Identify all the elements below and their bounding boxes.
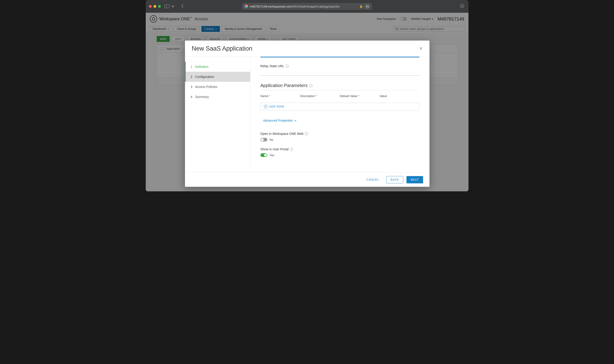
col-value: Value bbox=[379, 94, 419, 98]
configuration-form: Relay State URL i Application Parameters… bbox=[251, 57, 430, 172]
step-access-policies[interactable]: 3Access Policies bbox=[185, 82, 250, 92]
page-settings-icon[interactable]: ••• bbox=[365, 4, 370, 9]
advanced-label: Advanced Properties bbox=[263, 119, 293, 122]
relay-state-text: Relay State URL bbox=[261, 64, 284, 68]
open-web-value: No bbox=[270, 138, 273, 142]
open-web-toggle[interactable] bbox=[261, 138, 267, 142]
step-3-label: Access Policies bbox=[195, 85, 217, 89]
step-1-label: Definition bbox=[195, 65, 209, 69]
col-description: Description bbox=[300, 94, 340, 98]
relay-state-input[interactable] bbox=[261, 69, 419, 76]
col-name: Name bbox=[261, 94, 300, 98]
window-maximize-icon[interactable] bbox=[158, 5, 161, 8]
open-web-label: Open in Workspace ONE Web i bbox=[261, 132, 419, 136]
step-configuration[interactable]: 2Configuration bbox=[185, 72, 250, 82]
url-path: /SAAS/admin/app#!/catalog/saas/list bbox=[292, 5, 340, 8]
wizard-steps: 1Definition 2Configuration 3Access Polic… bbox=[185, 57, 251, 172]
modal-body: 1Definition 2Configuration 3Access Polic… bbox=[185, 56, 430, 172]
browser-toolbar: m407817149.workspaceair.com/SAAS/admin/a… bbox=[146, 0, 469, 13]
app-viewport: Workspace ONE™ Access New Navigation She… bbox=[146, 13, 469, 191]
app-params-text: Application Parameters bbox=[261, 83, 308, 88]
show-portal-text: Show in User Portal bbox=[261, 147, 289, 151]
modal-title: New SaaS Application bbox=[192, 45, 252, 52]
address-bar[interactable]: m407817149.workspaceair.com/SAAS/admin/a… bbox=[242, 3, 372, 10]
show-portal-label: Show in User Portal i bbox=[261, 147, 419, 151]
step-4-label: Summary bbox=[195, 95, 209, 99]
app-params-title: Application Parameters i bbox=[261, 83, 419, 88]
window-minimize-icon[interactable] bbox=[154, 5, 156, 8]
sidebar-toggle[interactable] bbox=[165, 4, 175, 8]
active-field-underline bbox=[261, 57, 419, 57]
open-web-text: Open in Workspace ONE Web bbox=[261, 132, 304, 136]
col-default-value: Default Value bbox=[340, 94, 379, 98]
relay-state-label: Relay State URL i bbox=[261, 64, 419, 68]
section-divider bbox=[261, 90, 419, 90]
next-button[interactable]: NEXT bbox=[406, 176, 423, 183]
add-row-button[interactable]: + ADD ROW bbox=[261, 103, 419, 110]
cancel-button[interactable]: CANCEL bbox=[363, 176, 383, 183]
step-summary[interactable]: 4Summary bbox=[185, 92, 250, 102]
info-icon[interactable]: i bbox=[290, 148, 293, 151]
svg-rect-0 bbox=[165, 5, 169, 8]
close-icon[interactable]: ✕ bbox=[419, 46, 423, 51]
plus-icon: + bbox=[264, 105, 267, 108]
step-definition[interactable]: 1Definition bbox=[185, 62, 250, 72]
show-portal-toggle[interactable] bbox=[261, 153, 267, 157]
site-favicon-icon bbox=[244, 5, 248, 8]
add-row-label: ADD ROW bbox=[269, 105, 284, 108]
url-text: m407817149.workspaceair.com/SAAS/admin/a… bbox=[250, 5, 358, 8]
lock-icon: 🔒 bbox=[360, 5, 363, 8]
chevron-down-icon bbox=[294, 119, 297, 122]
advanced-properties-toggle[interactable]: Advanced Properties bbox=[261, 117, 300, 124]
modal-footer: CANCEL BACK NEXT bbox=[185, 172, 430, 187]
show-portal-value: Yes bbox=[270, 154, 274, 157]
info-icon[interactable]: i bbox=[286, 65, 289, 68]
window-close-icon[interactable] bbox=[149, 5, 152, 8]
new-saas-app-modal: New SaaS Application ✕ 1Definition 2Conf… bbox=[185, 40, 430, 187]
browser-back-button[interactable] bbox=[181, 4, 184, 9]
window-controls bbox=[149, 5, 161, 8]
info-icon[interactable]: i bbox=[309, 84, 312, 87]
back-button[interactable]: BACK bbox=[386, 176, 404, 183]
info-icon[interactable]: i bbox=[305, 132, 308, 135]
url-domain: m407817149.workspaceair.com bbox=[250, 5, 292, 8]
params-header: Name Description Default Value Value bbox=[261, 94, 419, 98]
app-window: m407817149.workspaceair.com/SAAS/admin/a… bbox=[146, 0, 469, 191]
step-2-label: Configuration bbox=[195, 75, 214, 78]
modal-header: New SaaS Application ✕ bbox=[185, 40, 430, 56]
downloads-button[interactable] bbox=[460, 4, 464, 9]
